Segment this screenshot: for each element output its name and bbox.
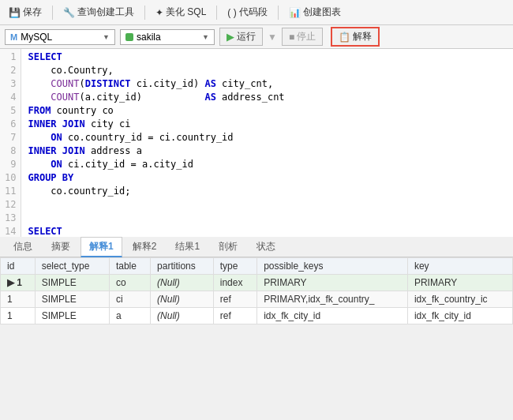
query-builder-label: 查询创建工具 <box>77 6 134 19</box>
stop-label: 停止 <box>297 30 316 43</box>
tab-summary[interactable]: 摘要 <box>43 237 79 257</box>
code-content[interactable]: SELECT co.Country, COUNT(DISTINCT ci.cit… <box>21 49 513 237</box>
code-snippet-icon: ( ) <box>227 7 236 18</box>
connection-bar: M MySQL ▼ sakila ▼ ▶ 运行 ▼ ■ 停止 📋 解释 <box>0 25 513 49</box>
sep4 <box>278 6 279 20</box>
db-name-select[interactable]: sakila ▼ <box>120 29 215 45</box>
code-line-6: INNER JOIN city ci <box>28 118 507 131</box>
save-icon: 💾 <box>9 7 21 18</box>
code-line-8: INNER JOIN address a <box>28 144 507 158</box>
cell-key-0: PRIMARY <box>407 275 512 291</box>
chart-label: 创建图表 <box>303 6 341 19</box>
mysql-icon: M <box>10 32 17 42</box>
tab-explain2[interactable]: 解释2 <box>124 237 166 257</box>
code-snippet-button[interactable]: ( ) 代码段 <box>223 4 271 21</box>
code-snippet-label: 代码段 <box>239 6 268 19</box>
cell-table-0: co <box>109 275 150 291</box>
tab-result1[interactable]: 结果1 <box>167 237 208 257</box>
sep3 <box>216 6 217 20</box>
cell-partitions-0: (Null) <box>151 275 214 291</box>
explain-button[interactable]: 📋 解释 <box>331 27 380 47</box>
cell-id-2: 1 <box>1 308 36 324</box>
cell-partitions-1: (Null) <box>151 291 214 308</box>
toolbar: 💾 保存 🔧 查询创建工具 ✦ 美化 SQL ( ) 代码段 📊 创建图表 <box>0 0 513 25</box>
cell-arrow: ▶ 1 <box>1 275 36 291</box>
db-name-arrow: ▼ <box>202 33 209 41</box>
cell-possible-keys-2: idx_fk_city_id <box>257 308 408 324</box>
query-builder-button[interactable]: 🔧 查询创建工具 <box>59 4 138 21</box>
col-header-partitions: partitions <box>151 258 214 275</box>
table-row: 1 SIMPLE ci (Null) ref PRIMARY,idx_fk_co… <box>1 291 513 308</box>
cell-key-1: idx_fk_country_ic <box>407 291 512 308</box>
code-line-9: ON ci.city_id = a.city_id <box>28 158 507 171</box>
db-type-label: MySQL <box>21 32 52 43</box>
code-line-14: SELECT <box>28 225 507 237</box>
sep2 <box>144 6 145 20</box>
table-row: 1 SIMPLE a (Null) ref idx_fk_city_id idx… <box>1 308 513 324</box>
stop-button[interactable]: ■ 停止 <box>282 28 323 46</box>
code-editor[interactable]: 1234567891011121314151617181920212223 SE… <box>0 49 513 237</box>
code-line-3: COUNT(DISTINCT ci.city_id) AS city_cnt, <box>28 77 507 91</box>
code-line-2: co.Country, <box>28 64 507 77</box>
main-container: 💾 保存 🔧 查询创建工具 ✦ 美化 SQL ( ) 代码段 📊 创建图表 M … <box>0 0 513 420</box>
cell-table-2: a <box>109 308 150 324</box>
tab-status[interactable]: 状态 <box>248 237 284 257</box>
save-label: 保存 <box>23 6 42 19</box>
run-icon: ▶ <box>227 31 234 43</box>
cell-type-2: ref <box>213 308 256 324</box>
tab-info[interactable]: 信息 <box>5 237 41 257</box>
beautify-sql-button[interactable]: ✦ 美化 SQL <box>152 4 210 21</box>
db-type-arrow: ▼ <box>103 33 110 41</box>
code-line-13 <box>28 212 507 225</box>
col-header-type: type <box>213 258 256 275</box>
create-chart-button[interactable]: 📊 创建图表 <box>285 4 345 21</box>
tab-profiling[interactable]: 剖析 <box>210 237 246 257</box>
code-line-5: FROM country co <box>28 104 507 118</box>
cell-possible-keys-0: PRIMARY <box>257 275 408 291</box>
cell-possible-keys-1: PRIMARY,idx_fk_country_ <box>257 291 408 308</box>
stop-icon: ■ <box>289 32 294 43</box>
cell-select-type-1: SIMPLE <box>35 291 109 308</box>
save-button[interactable]: 💾 保存 <box>5 4 46 21</box>
cell-key-2: idx_fk_city_id <box>407 308 512 324</box>
code-line-12 <box>28 198 507 212</box>
cell-table-1: ci <box>109 291 150 308</box>
db-name-label: sakila <box>137 32 161 43</box>
beautify-label: 美化 SQL <box>166 6 206 19</box>
code-line-11: co.country_id; <box>28 185 507 198</box>
beautify-icon: ✦ <box>155 7 163 18</box>
chart-icon: 📊 <box>289 7 301 18</box>
cell-type-1: ref <box>213 291 256 308</box>
col-header-id: id <box>1 258 36 275</box>
code-line-10: GROUP BY <box>28 171 507 185</box>
cell-select-type-2: SIMPLE <box>35 308 109 324</box>
result-container: id select_type table partitions type pos… <box>0 257 513 420</box>
col-header-possible-keys: possible_keys <box>257 258 408 275</box>
query-builder-icon: 🔧 <box>63 7 75 18</box>
col-header-select-type: select_type <box>35 258 109 275</box>
cell-type-0: index <box>213 275 256 291</box>
explain-icon: 📋 <box>339 32 350 43</box>
col-header-table: table <box>109 258 150 275</box>
cell-select-type-0: SIMPLE <box>35 275 109 291</box>
cell-id-1: 1 <box>1 291 36 308</box>
code-line-7: ON co.country_id = ci.country_id <box>28 131 507 144</box>
explain-table: id select_type table partitions type pos… <box>0 257 513 324</box>
line-numbers: 1234567891011121314151617181920212223 <box>0 49 21 237</box>
run-button[interactable]: ▶ 运行 <box>219 28 263 46</box>
tab-explain1[interactable]: 解释1 <box>81 237 122 257</box>
connection-status-icon <box>125 33 133 41</box>
table-row: ▶ 1 SIMPLE co (Null) index PRIMARY PRIMA… <box>1 275 513 291</box>
sep1 <box>52 6 53 20</box>
cell-partitions-2: (Null) <box>151 308 214 324</box>
result-tabs: 信息 摘要 解释1 解释2 结果1 剖析 状态 <box>0 237 513 257</box>
col-header-key: key <box>407 258 512 275</box>
run-sep: ▼ <box>268 32 277 43</box>
run-label: 运行 <box>237 30 256 43</box>
code-line-4: COUNT(a.city_id) AS address_cnt <box>28 91 507 104</box>
code-line-1: SELECT <box>28 51 507 64</box>
explain-label: 解释 <box>353 30 372 43</box>
db-type-select[interactable]: M MySQL ▼ <box>5 29 115 45</box>
